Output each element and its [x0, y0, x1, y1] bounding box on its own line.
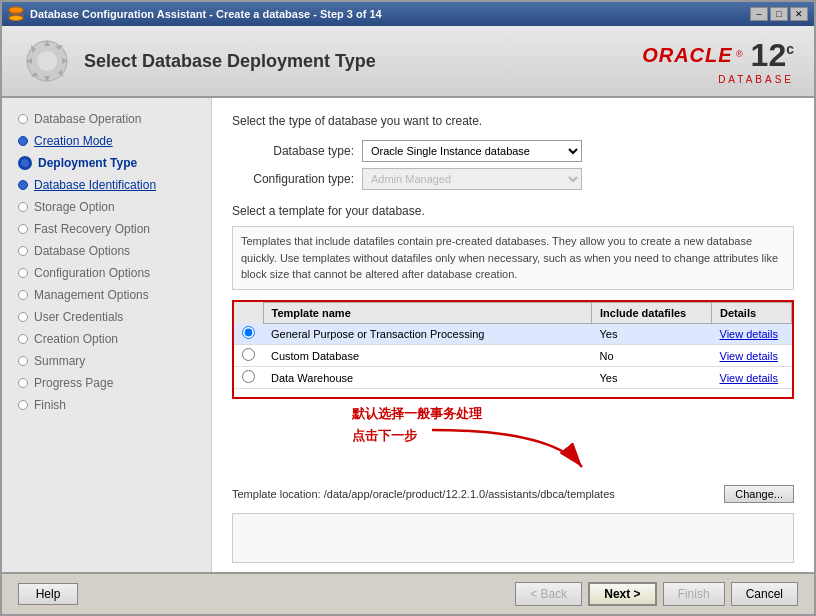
sidebar-dot	[18, 114, 28, 124]
database-label: DATABASE	[718, 74, 794, 85]
template-name-general: General Purpose or Transaction Processin…	[263, 323, 592, 345]
details-general[interactable]: View details	[712, 323, 792, 345]
cancel-button[interactable]: Cancel	[731, 582, 798, 606]
header-bar: Select Database Deployment Type ORACLE ®…	[2, 26, 814, 98]
back-button[interactable]: < Back	[515, 582, 582, 606]
sidebar-item-creation-option: Creation Option	[2, 328, 211, 350]
section-description: Select the type of database you want to …	[232, 114, 794, 128]
sidebar-item-summary: Summary	[2, 350, 211, 372]
template-section-label: Select a template for your database.	[232, 204, 794, 218]
table-row: Custom Database No View details	[234, 345, 792, 367]
sidebar-dot	[18, 290, 28, 300]
minimize-btn[interactable]: –	[750, 7, 768, 21]
radio-col[interactable]	[234, 323, 263, 345]
template-location-text: Template location: /data/app/oracle/prod…	[232, 488, 615, 500]
main-window: Database Configuration Assistant - Creat…	[0, 0, 816, 616]
view-details-link-dw[interactable]: View details	[720, 372, 779, 384]
sidebar-item-storage-option: Storage Option	[2, 196, 211, 218]
sidebar-item-database-operation: Database Operation	[2, 108, 211, 130]
sidebar-item-configuration-options: Configuration Options	[2, 262, 211, 284]
sidebar-label: Management Options	[34, 288, 149, 302]
sidebar-label: Database Operation	[34, 112, 141, 126]
sidebar-label: Progress Page	[34, 376, 113, 390]
config-type-label: Configuration type:	[232, 172, 362, 186]
title-bar-left: Database Configuration Assistant - Creat…	[8, 6, 382, 22]
oracle-logo: ORACLE ® 12c DATABASE	[642, 37, 794, 85]
sidebar-item-database-identification[interactable]: Database Identification	[2, 174, 211, 196]
sidebar-dot	[18, 202, 28, 212]
col-details: Details	[712, 302, 792, 323]
annotation-area: 默认选择一般事务处理 点击下一步	[232, 405, 794, 475]
view-details-link-general[interactable]: View details	[720, 328, 779, 340]
sidebar-dot	[18, 356, 28, 366]
details-dw[interactable]: View details	[712, 367, 792, 389]
template-name-custom: Custom Database	[263, 345, 592, 367]
finish-button: Finish	[663, 582, 725, 606]
sidebar-label: Summary	[34, 354, 85, 368]
sidebar-item-deployment-type: Deployment Type	[2, 152, 211, 174]
sidebar-dot	[18, 334, 28, 344]
sidebar-item-user-credentials: User Credentials	[2, 306, 211, 328]
bottom-bar: Help < Back Next > Finish Cancel	[2, 572, 814, 614]
title-bar: Database Configuration Assistant - Creat…	[2, 2, 814, 26]
template-description: Templates that include datafiles contain…	[232, 226, 794, 290]
svg-point-0	[9, 7, 23, 13]
sidebar-dot	[18, 312, 28, 322]
table-row: General Purpose or Transaction Processin…	[234, 323, 792, 345]
db-icon	[8, 6, 24, 22]
change-button[interactable]: Change...	[724, 485, 794, 503]
sidebar-label: Configuration Options	[34, 266, 150, 280]
maximize-btn[interactable]: □	[770, 7, 788, 21]
sidebar-label: Finish	[34, 398, 66, 412]
radio-col[interactable]	[234, 367, 263, 389]
col-radio	[234, 302, 263, 323]
sidebar-dot	[18, 136, 28, 146]
datafiles-custom: No	[592, 345, 712, 367]
content-area: Database Operation Creation Mode Deploym…	[2, 98, 814, 572]
template-location-row: Template location: /data/app/oracle/prod…	[232, 479, 794, 509]
sidebar-item-database-options: Database Options	[2, 240, 211, 262]
svg-point-1	[9, 16, 23, 21]
db-type-label: Database type:	[232, 144, 362, 158]
sidebar-item-progress-page: Progress Page	[2, 372, 211, 394]
datafiles-dw: Yes	[592, 367, 712, 389]
sidebar-label: Storage Option	[34, 200, 115, 214]
sidebar-label: Database Identification	[34, 178, 156, 192]
sidebar-dot	[18, 400, 28, 410]
config-type-row: Configuration type: Admin Managed	[232, 168, 794, 190]
view-details-link-custom[interactable]: View details	[720, 350, 779, 362]
sidebar-item-creation-mode[interactable]: Creation Mode	[2, 130, 211, 152]
template-radio-custom[interactable]	[242, 348, 255, 361]
template-name-dw: Data Warehouse	[263, 367, 592, 389]
template-table-container: Template name Include datafiles Details …	[232, 300, 794, 400]
db-type-select[interactable]: Oracle Single Instance database Oracle R…	[362, 140, 582, 162]
oracle-version: 12c	[751, 37, 794, 74]
sidebar-item-finish: Finish	[2, 394, 211, 416]
sidebar-dot	[18, 224, 28, 234]
sidebar-dot	[18, 268, 28, 278]
config-type-select: Admin Managed	[362, 168, 582, 190]
oracle-text: ORACLE	[642, 44, 732, 66]
next-button[interactable]: Next >	[588, 582, 656, 606]
sidebar-label: Fast Recovery Option	[34, 222, 150, 236]
sidebar-dot	[18, 246, 28, 256]
sidebar-dot	[18, 378, 28, 388]
sidebar-label: Creation Option	[34, 332, 118, 346]
sidebar-label: Database Options	[34, 244, 130, 258]
svg-point-3	[37, 51, 57, 71]
page-title: Select Database Deployment Type	[84, 51, 376, 72]
table-row: Data Warehouse Yes View details	[234, 367, 792, 389]
close-btn[interactable]: ✕	[790, 7, 808, 21]
sidebar-active-dot	[18, 156, 32, 170]
template-radio-general[interactable]	[242, 326, 255, 339]
sidebar-item-fast-recovery: Fast Recovery Option	[2, 218, 211, 240]
sidebar-label: User Credentials	[34, 310, 123, 324]
details-custom[interactable]: View details	[712, 345, 792, 367]
col-datafiles: Include datafiles	[592, 302, 712, 323]
sidebar: Database Operation Creation Mode Deploym…	[2, 98, 212, 572]
datafiles-general: Yes	[592, 323, 712, 345]
help-button[interactable]: Help	[18, 583, 78, 605]
bottom-info-box	[232, 513, 794, 563]
template-radio-dw[interactable]	[242, 370, 255, 383]
radio-col[interactable]	[234, 345, 263, 367]
